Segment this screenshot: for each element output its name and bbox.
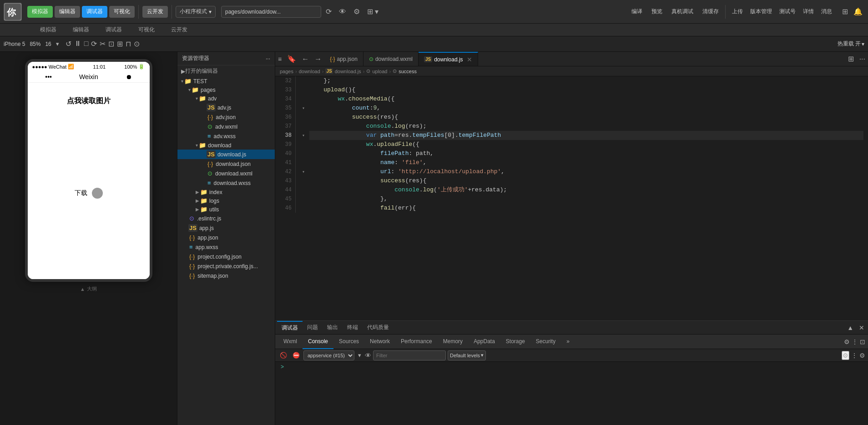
phone-download-btn[interactable]: [92, 188, 103, 199]
nav-cloud[interactable]: 云开发: [163, 24, 196, 36]
appservice-dropdown-icon[interactable]: ▾: [356, 351, 363, 360]
tree-item-index[interactable]: ▶ 📁 index: [177, 188, 275, 196]
compile-btn[interactable]: 编译: [629, 7, 645, 16]
realtest-btn[interactable]: 真机调试: [669, 7, 696, 16]
tree-item-utils[interactable]: ▶ 📁 utils: [177, 205, 275, 214]
grid-icon[interactable]: ⊞: [840, 6, 850, 17]
tab-download.wxml[interactable]: ⊙ download.wxml: [363, 52, 419, 66]
tree-item-download.js[interactable]: JS download.js: [177, 150, 275, 159]
tab-close-icon[interactable]: ✕: [467, 56, 472, 63]
expand-icon[interactable]: ▲: [80, 286, 85, 292]
scan-icon[interactable]: ⊓: [126, 40, 131, 48]
back-icon[interactable]: ←: [299, 54, 312, 64]
tree-item-pages[interactable]: ▾ 📁 pages: [177, 85, 275, 94]
more-icon[interactable]: ···: [266, 55, 270, 62]
layers-icon[interactable]: ⊞ ▾: [364, 6, 381, 17]
appservice-select[interactable]: appservice (#15): [303, 350, 354, 360]
devtools-tab-wxml[interactable]: Wxml: [278, 335, 303, 349]
tree-item-.eslintrc.js[interactable]: ⊙ .eslintrc.js: [177, 214, 275, 223]
eye-icon[interactable]: 👁: [365, 352, 371, 359]
tree-item-app.js[interactable]: JS app.js: [177, 223, 275, 233]
tree-item-project.config.json[interactable]: {·} project.config.json: [177, 252, 275, 261]
version-btn[interactable]: 版本管理: [747, 7, 775, 16]
forward-icon[interactable]: →: [312, 54, 324, 64]
tab-app.json[interactable]: {·} app.json: [324, 52, 363, 66]
bottom-tab-debug[interactable]: 调试器: [277, 321, 303, 335]
nav-visual[interactable]: 可视化: [130, 24, 163, 36]
devtools-tab-storage[interactable]: Storage: [500, 335, 530, 349]
devtools-tab-memory[interactable]: Memory: [438, 335, 468, 349]
devtools-tab-network[interactable]: Network: [364, 335, 395, 349]
clearcache-btn[interactable]: 清缓存: [700, 7, 722, 16]
devtools-tab-performance[interactable]: Performance: [395, 335, 438, 349]
bottom-tab-output[interactable]: 输出: [323, 321, 343, 335]
tree-item-sitemap.json[interactable]: {·} sitemap.json: [177, 271, 275, 280]
bookmark-icon[interactable]: 🔖: [284, 54, 299, 64]
breadcrumb-downloadjs[interactable]: download.js: [335, 69, 361, 74]
location-icon[interactable]: ⊙: [134, 40, 140, 48]
devtools-dock-icon[interactable]: ⊡: [860, 338, 865, 345]
console-prompt-arrow[interactable]: >: [279, 363, 286, 371]
home-icon[interactable]: □: [84, 40, 89, 48]
refresh-icon[interactable]: ⟳: [323, 6, 334, 17]
preview-icon[interactable]: 👁: [336, 7, 349, 17]
cloud-btn[interactable]: 云开发: [142, 6, 168, 18]
console-close-gear-icon[interactable]: ⚙: [859, 352, 865, 359]
nav-simulator[interactable]: 模拟器: [32, 24, 65, 36]
nav-editor[interactable]: 编辑器: [65, 24, 97, 36]
bottom-tab-terminal[interactable]: 终端: [343, 321, 363, 335]
rotate-icon[interactable]: ↺: [66, 40, 71, 48]
layout1-icon[interactable]: ⊡: [108, 40, 114, 48]
tree-item-adv[interactable]: ▾ 📁 adv: [177, 94, 275, 103]
split-icon[interactable]: ⊞: [845, 54, 857, 64]
messages-btn[interactable]: 消息: [818, 7, 835, 16]
device-dropdown[interactable]: ▾: [56, 40, 59, 47]
tree-item-download.json[interactable]: {·} download.json: [177, 159, 275, 169]
bottom-tab-issues[interactable]: 问题: [303, 321, 323, 335]
tree-item-download[interactable]: ▾ 📁 download: [177, 141, 275, 150]
network-icon[interactable]: ⟳: [91, 40, 97, 48]
tree-item-download.wxss[interactable]: ≡ download.wxss: [177, 178, 275, 188]
phone-record-btn[interactable]: ⏺: [126, 73, 132, 80]
cut-icon[interactable]: ✂: [100, 40, 106, 48]
open-editors-section[interactable]: ▶ 打开的编辑器: [177, 65, 275, 77]
phone-main-action[interactable]: 点我读取图片: [67, 96, 111, 106]
tree-item-adv.wxml[interactable]: ⊙ adv.wxml: [177, 122, 275, 131]
console-options-icon[interactable]: ⋮: [851, 352, 858, 359]
tree-item-adv.wxss[interactable]: ≡ adv.wxss: [177, 131, 275, 141]
phone-three-dots[interactable]: •••: [45, 73, 52, 80]
mode-selector[interactable]: 小程序模式 ▾: [176, 6, 216, 18]
tree-item-app.wxss[interactable]: ≡ app.wxss: [177, 242, 275, 252]
console-block-icon[interactable]: ⛔: [291, 351, 302, 360]
devtools-gear-icon[interactable]: ⚙: [844, 338, 850, 345]
layout2-icon[interactable]: ⊞: [117, 40, 123, 48]
settings-icon[interactable]: ⚙: [351, 6, 363, 17]
pause-icon[interactable]: ⏸: [74, 40, 81, 48]
tree-item-logs[interactable]: ▶ 📁 logs: [177, 196, 275, 205]
breadcrumb-upload[interactable]: upload: [372, 69, 387, 74]
tree-item-download.wxml[interactable]: ⊙ download.wxml: [177, 169, 275, 178]
preview-btn[interactable]: 预览: [649, 7, 665, 16]
console-levels[interactable]: Default levels ▾: [448, 350, 486, 360]
simulator-btn[interactable]: 模拟器: [27, 6, 53, 18]
devtools-tab-appdata[interactable]: AppData: [468, 335, 500, 349]
details-btn[interactable]: 详情: [800, 7, 817, 16]
bell-icon[interactable]: 🔔: [852, 6, 864, 17]
console-gear-icon[interactable]: ⚙: [842, 351, 849, 360]
close-bottom-icon[interactable]: ✕: [857, 323, 866, 332]
tree-item-adv.js[interactable]: JS adv.js: [177, 103, 275, 112]
breadcrumb-download[interactable]: download: [299, 69, 320, 74]
tree-root[interactable]: ▾ 📁 TEST: [177, 77, 275, 85]
devtools-tab-more[interactable]: »: [561, 335, 575, 349]
url-bar[interactable]: pages/download/dow...: [221, 6, 321, 18]
devtools-tab-console[interactable]: Console: [303, 335, 333, 349]
tree-item-project.private.config.js[interactable]: {·} project.private.config.js...: [177, 261, 275, 271]
debug-btn[interactable]: 调试器: [82, 6, 107, 18]
devtools-tab-sources[interactable]: Sources: [333, 335, 364, 349]
testing-btn[interactable]: 测试号: [777, 7, 798, 16]
console-clear-icon[interactable]: 🚫: [278, 351, 289, 360]
tree-item-app.json[interactable]: {·} app.json: [177, 233, 275, 242]
devtools-tab-security[interactable]: Security: [530, 335, 561, 349]
breadcrumb-pages[interactable]: pages: [280, 69, 293, 74]
visual-btn[interactable]: 可视化: [109, 6, 135, 18]
